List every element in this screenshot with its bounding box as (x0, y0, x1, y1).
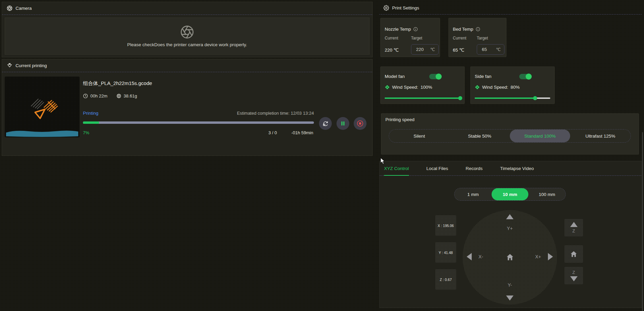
tabs-row: XYZ Control Local Files Records Timelaps… (380, 161, 641, 176)
stop-button[interactable] (354, 117, 367, 130)
print-filename: 组合体_PLA_2h22m15s.gcode (83, 80, 152, 87)
side-fan-slider[interactable] (475, 97, 550, 99)
nozzle-temp-title: Nozzle Temp (385, 27, 411, 32)
layer-info: 3 / 0 (268, 130, 277, 135)
printing-speed-segmented: Silent Stable 50% Standard 100% Ultrafas… (389, 129, 631, 143)
bed-current-label: Current (453, 36, 466, 40)
slider-knob[interactable] (533, 96, 537, 100)
speed-option-stable[interactable]: Stable 50% (449, 130, 510, 142)
model-fan-title: Model fan (385, 74, 405, 79)
side-fan-wind-row: Wind Speed: 80% (475, 85, 520, 90)
tab-timelapse-video[interactable]: Timelapse Video (500, 161, 534, 175)
print-weight: 38.61g (116, 93, 137, 98)
print-weight-value: 38.61g (124, 93, 137, 98)
z-label: Z (573, 228, 575, 233)
slider-fill (475, 97, 535, 99)
print-progress-fill (83, 121, 99, 124)
coordinate-y: Y : 41.48 (435, 242, 456, 263)
side-fan-toggle[interactable] (519, 74, 531, 79)
z-label: Z (573, 270, 575, 275)
print-meta-row: 00h 22m 38.61g (83, 93, 137, 98)
side-fan-card: Side fan Wind Speed: 80% (470, 66, 555, 104)
fan-icon (385, 85, 390, 90)
jog-y-minus-arrow[interactable] (506, 295, 514, 301)
print-status: Printing (83, 111, 98, 116)
jog-step-selector: 1 mm 10 mm 100 mm (454, 188, 566, 201)
bed-current-value: 65 ℃ (453, 47, 464, 53)
gcode-thumbnail (5, 77, 80, 137)
current-printing-panel: Current printing 组合体_PLA_2h22m15s.gcode (2, 59, 373, 156)
jog-x-plus-arrow[interactable] (548, 253, 553, 260)
jog-z-down[interactable]: Z (564, 267, 583, 284)
camera-header: Camera (2, 2, 372, 15)
camera-error-message: Please checkDoes the printer camera devi… (127, 42, 247, 47)
printing-speed-title: Printing speed (385, 117, 414, 122)
jog-z-up[interactable]: Z (564, 219, 583, 236)
nozzle-current-label: Current (385, 36, 398, 40)
print-settings-title: Print Settings (392, 5, 419, 10)
jog-y-minus-label[interactable]: Y- (508, 282, 512, 288)
bed-target-label: Target (477, 36, 488, 40)
jog-x-minus-label[interactable]: X- (478, 254, 483, 259)
nozzle-temp-title-row: Nozzle Temp (385, 27, 418, 32)
printer-dashboard: Camera Please checkDoes the printer came… (0, 0, 644, 311)
speed-option-standard[interactable]: Standard 100% (510, 130, 570, 142)
home-z[interactable] (564, 245, 583, 263)
timelapse-button[interactable] (319, 117, 332, 130)
pause-icon (340, 121, 346, 126)
aperture-icon (7, 5, 12, 11)
jog-y-plus-arrow[interactable] (506, 214, 514, 219)
status-row: Printing Estimated completion time: 12/0… (83, 111, 314, 116)
bed-temp-title-row: Bed Temp (453, 27, 480, 32)
model-fan-slider[interactable] (385, 97, 460, 99)
model-fan-wind-label: Wind Speed: (392, 85, 418, 90)
step-10mm[interactable]: 10 mm (492, 188, 529, 200)
info-icon[interactable] (413, 27, 418, 31)
control-tab-panel: XYZ Control Local Files Records Timelaps… (379, 161, 642, 308)
jog-x-minus-arrow[interactable] (467, 253, 472, 260)
progress-percent: 7% (83, 130, 89, 135)
camera-title: Camera (16, 6, 32, 11)
estimated-completion: Estimated completion time: 12/03 13:24 (237, 111, 314, 116)
nozzle-target-input[interactable]: 220 ℃ (411, 44, 439, 55)
model-fan-toggle[interactable] (429, 74, 441, 79)
tab-local-files[interactable]: Local Files (427, 161, 448, 175)
scrollbar[interactable] (642, 132, 643, 311)
time-remaining: -01h 59min (291, 130, 313, 135)
model-fan-card: Model fan Wind Speed: 100% (380, 66, 465, 104)
camera-panel: Camera Please checkDoes the printer came… (2, 2, 373, 57)
nozzle-current-value: 220 ℃ (385, 47, 399, 53)
clock-icon (83, 93, 88, 98)
speed-option-ultrafast[interactable]: Ultrafast 125% (570, 130, 631, 142)
slider-fill (385, 97, 460, 99)
filament-spool-icon (116, 93, 121, 98)
speed-option-silent[interactable]: Silent (389, 130, 449, 142)
toggle-knob (526, 74, 532, 80)
bed-temp-title: Bed Temp (453, 27, 473, 32)
model-fan-wind-value: 100% (420, 85, 432, 90)
printing-speed-card: Printing speed Silent Stable 50% Standar… (381, 113, 639, 154)
side-fan-title: Side fan (475, 74, 492, 79)
side-fan-wind-value: 80% (510, 85, 520, 90)
home-z-icon (569, 250, 578, 258)
info-icon[interactable] (476, 27, 480, 31)
step-1mm[interactable]: 1 mm (455, 188, 492, 200)
stop-icon (356, 120, 364, 127)
mouse-cursor (380, 158, 385, 165)
nozzle-temp-card: Nozzle Temp Current Target 220 ℃ 220 ℃ (380, 18, 440, 57)
jog-y-plus-label[interactable]: Y+ (507, 226, 513, 231)
current-printing-header: Current printing (2, 59, 372, 72)
fan-icon (475, 85, 480, 90)
step-100mm[interactable]: 100 mm (528, 188, 565, 200)
tab-xyz-control[interactable]: XYZ Control (384, 161, 409, 175)
bed-target-input[interactable]: 65 ℃ (477, 44, 504, 55)
home-xy-icon[interactable] (505, 253, 515, 262)
nozzle-target-value: 220 (416, 47, 430, 52)
pause-button[interactable] (336, 117, 349, 130)
slider-knob[interactable] (458, 96, 462, 100)
tab-records[interactable]: Records (466, 161, 482, 175)
coordinate-z: Z : 0.67 (435, 269, 456, 290)
camera-placeholder: Please checkDoes the printer camera devi… (5, 18, 370, 55)
jog-x-plus-label[interactable]: X+ (535, 254, 541, 259)
z-down-arrow (570, 276, 578, 281)
